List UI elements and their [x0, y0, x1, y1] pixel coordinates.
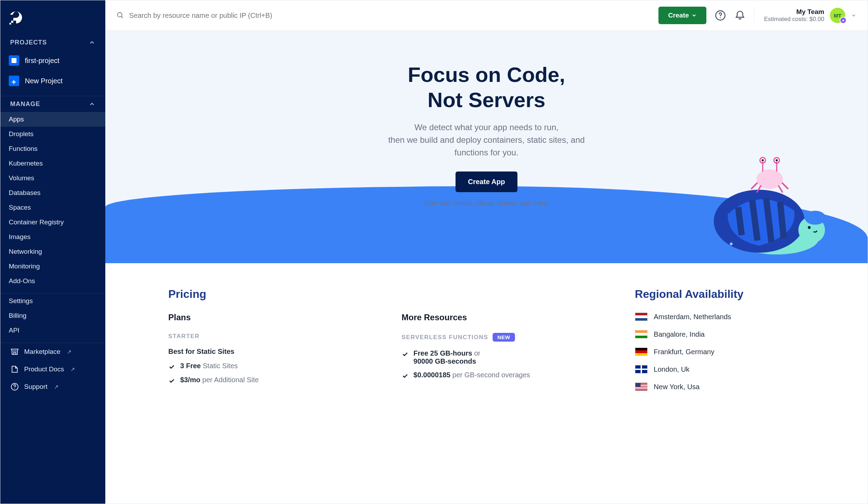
regions-column: Regional Availability Amsterdam, Netherl… [635, 288, 805, 400]
sidebar-item-volumes[interactable]: Volumes [0, 171, 105, 186]
bell-icon[interactable] [734, 10, 746, 21]
starter-item: $3/mo per Additional Site [168, 376, 381, 384]
sidebar-item-kubernetes[interactable]: Kubernetes [0, 156, 105, 171]
search-input[interactable] [129, 12, 374, 20]
serverless-item: $0.0000185 per GB-second overages [402, 371, 614, 379]
flag-nl-icon [635, 313, 648, 321]
pricing-section: Pricing Plans STARTER Best for Static Si… [105, 263, 868, 425]
sidebar-item-marketplace[interactable]: Marketplace ↗ [0, 343, 105, 360]
svg-rect-0 [11, 21, 13, 23]
sidebar-item-product-docs[interactable]: Product Docs ↗ [0, 360, 105, 378]
flag-us-icon [635, 383, 648, 391]
new-badge: NEW [493, 333, 515, 342]
hero-section: Focus on Code, Not Servers We detect wha… [105, 31, 868, 263]
flag-in-icon [635, 330, 648, 338]
team-selector[interactable]: My Team Estimated costs: $0.00 MT ✦ [754, 8, 856, 23]
docs-label: Product Docs [24, 365, 64, 373]
region-item: Frankfurt, Germany [635, 348, 805, 356]
marketplace-icon [10, 347, 19, 356]
serverless-item: Free 25 GB-hours or 90000 GB-seconds [402, 349, 614, 365]
external-link-icon: ↗ [54, 384, 58, 390]
starter-eyebrow: STARTER [168, 333, 381, 340]
projects-label: PROJECTS [10, 39, 47, 46]
check-icon [402, 372, 409, 379]
chevron-down-icon [692, 13, 697, 18]
manage-section-header[interactable]: MANAGE [0, 96, 105, 112]
regions-heading: Regional Availability [635, 288, 805, 301]
sidebar-item-billing[interactable]: Billing [0, 308, 105, 323]
sidebar-item-api[interactable]: API [0, 323, 105, 338]
estimated-costs: Estimated costs: $0.00 [764, 16, 824, 23]
sidebar-item-droplets[interactable]: Droplets [0, 127, 105, 141]
docs-icon [10, 365, 19, 374]
sidebar-item-spaces[interactable]: Spaces [0, 200, 105, 215]
projects-section-header[interactable]: PROJECTS [0, 35, 105, 50]
sidebar-item-networking[interactable]: Networking [0, 244, 105, 259]
plus-icon: + [9, 76, 19, 86]
svg-point-9 [805, 211, 826, 225]
help-icon[interactable] [715, 10, 726, 21]
new-project-label: New Project [25, 77, 63, 85]
resources-heading: More Resources [402, 313, 614, 322]
sidebar-item-support[interactable]: Support ↗ [0, 378, 105, 396]
hero-sub-text: Start with GitHub, GitLab, Docker, and m… [119, 200, 854, 207]
topbar: Create My Team Estimated costs: $0.00 MT… [105, 0, 868, 31]
search-icon [117, 12, 124, 19]
region-item: New York, Usa [635, 383, 805, 391]
sidebar-item-container-registry[interactable]: Container Registry [0, 215, 105, 230]
marketplace-label: Marketplace [24, 348, 61, 356]
hero-subtitle: We detect what your app needs to run, th… [119, 121, 854, 159]
starter-title: Best for Static Sites [168, 348, 381, 356]
sidebar-item-images[interactable]: Images [0, 230, 105, 244]
support-label: Support [24, 383, 48, 391]
external-link-icon: ↗ [67, 349, 71, 355]
new-project-button[interactable]: + New Project [0, 71, 105, 91]
chevron-up-icon [89, 39, 96, 46]
avatar-badge-icon: ✦ [840, 17, 847, 24]
team-name: My Team [764, 8, 824, 16]
svg-point-8 [808, 226, 811, 229]
main-content: Create My Team Estimated costs: $0.00 MT… [105, 0, 868, 504]
project-label: first-project [25, 57, 59, 65]
starter-item: 3 Free Static Sites [168, 362, 381, 370]
logo[interactable] [0, 0, 105, 35]
region-item: London, Uk [635, 365, 805, 373]
flag-de-icon [635, 348, 648, 356]
sidebar-item-functions[interactable]: Functions [0, 141, 105, 156]
pricing-heading: Pricing [168, 288, 381, 301]
support-icon [10, 382, 19, 391]
sidebar-item-databases[interactable]: Databases [0, 186, 105, 200]
svg-point-17 [711, 243, 717, 249]
sidebar: PROJECTS first-project + New Project MAN… [0, 0, 105, 504]
plans-heading: Plans [168, 313, 381, 322]
sidebar-item-settings[interactable]: Settings [0, 294, 105, 308]
sidebar-project-item[interactable]: first-project [0, 50, 105, 71]
sidebar-item-monitoring[interactable]: Monitoring [0, 259, 105, 274]
avatar-initials: MT [834, 13, 841, 19]
check-icon [168, 363, 175, 370]
sidebar-item-addons[interactable]: Add-Ons [0, 274, 105, 288]
create-label: Create [668, 12, 689, 19]
digitalocean-logo-icon [9, 10, 23, 25]
sidebar-item-apps[interactable]: Apps [0, 112, 105, 127]
check-icon [402, 351, 409, 358]
region-item: Bangalore, India [635, 330, 805, 338]
region-item: Amsterdam, Netherlands [635, 313, 805, 321]
manage-label: MANAGE [10, 100, 40, 108]
create-button[interactable]: Create [658, 7, 706, 24]
project-icon [9, 55, 19, 66]
avatar: MT ✦ [830, 8, 845, 23]
svg-point-3 [118, 13, 122, 17]
svg-rect-1 [9, 23, 11, 24]
hero-title: Focus on Code, Not Servers [119, 62, 854, 113]
create-app-button[interactable]: Create App [456, 172, 518, 192]
plans-column: Pricing Plans STARTER Best for Static Si… [168, 288, 381, 400]
resources-column: . More Resources SERVERLESS FUNCTIONS NE… [402, 288, 614, 400]
external-link-icon: ↗ [70, 366, 75, 373]
svg-point-19 [730, 243, 733, 245]
serverless-eyebrow: SERVERLESS FUNCTIONS NEW [402, 333, 614, 342]
check-icon [168, 377, 175, 384]
search-container [117, 12, 650, 20]
flag-uk-icon [635, 365, 648, 373]
svg-point-18 [724, 249, 728, 253]
